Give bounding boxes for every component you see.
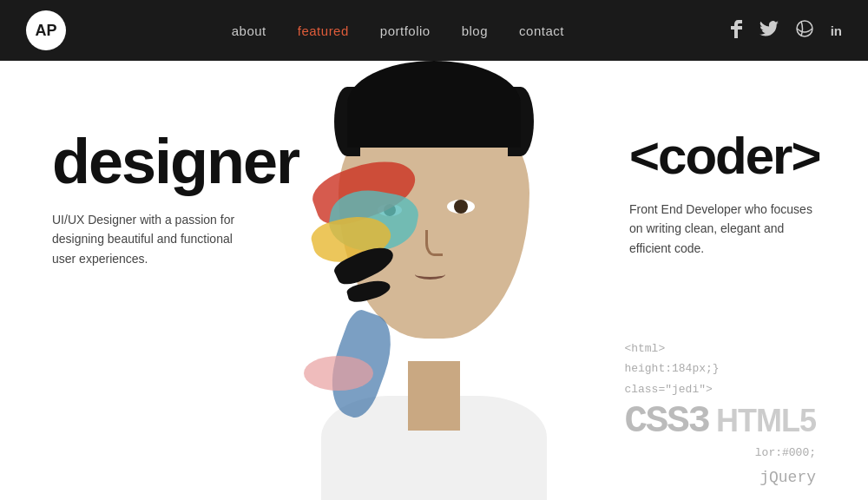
- nav-portfolio[interactable]: portfolio: [380, 23, 431, 38]
- nav-contact[interactable]: contact: [519, 23, 564, 38]
- twitter-icon[interactable]: [760, 21, 779, 41]
- neck: [408, 361, 460, 431]
- html5-text: HTML5: [716, 403, 816, 439]
- svg-point-0: [797, 21, 812, 36]
- logo-text: AP: [35, 22, 56, 40]
- logo[interactable]: AP: [26, 10, 66, 50]
- social-icons: in: [730, 19, 842, 43]
- eye-right: [447, 200, 475, 214]
- code-line-4: lor:#000;: [624, 443, 816, 463]
- coder-title: <coder>: [629, 130, 820, 182]
- code-background: <html> height:184px;} class="jedi"> CSS3…: [624, 339, 816, 491]
- code-line-3: class="jedi">: [624, 379, 816, 399]
- dribbble-icon[interactable]: [796, 20, 813, 42]
- nav-blog[interactable]: blog: [462, 23, 488, 38]
- code-line-2: height:184px;}: [624, 359, 816, 378]
- nose: [425, 230, 443, 256]
- hero-image: [286, 61, 582, 500]
- designer-title: designer: [52, 130, 299, 193]
- nav-featured[interactable]: featured: [298, 23, 349, 38]
- mouth: [415, 269, 445, 280]
- designer-description: UI/UX Designer with a passion for design…: [52, 210, 243, 268]
- facebook-icon[interactable]: [730, 19, 742, 43]
- hero-section: designer UI/UX Designer with a passion f…: [0, 61, 868, 500]
- linkedin-icon[interactable]: in: [831, 23, 842, 38]
- right-content: <coder> Front End Developer who focuses …: [629, 130, 820, 258]
- code-line-1: <html>: [624, 339, 816, 359]
- nav-about[interactable]: about: [232, 23, 266, 38]
- code-line-5: jQuery: [624, 464, 816, 491]
- person-art: [286, 61, 582, 500]
- paint-pink: [304, 356, 373, 391]
- navbar: AP about featured portfolio blog contact…: [0, 0, 868, 61]
- nav-links: about featured portfolio blog contact: [232, 23, 564, 38]
- hair-top: [347, 61, 521, 148]
- css3-text: CSS3: [624, 399, 709, 443]
- coder-description: Front End Developer who focuses on writi…: [629, 200, 820, 258]
- left-content: designer UI/UX Designer with a passion f…: [52, 130, 299, 268]
